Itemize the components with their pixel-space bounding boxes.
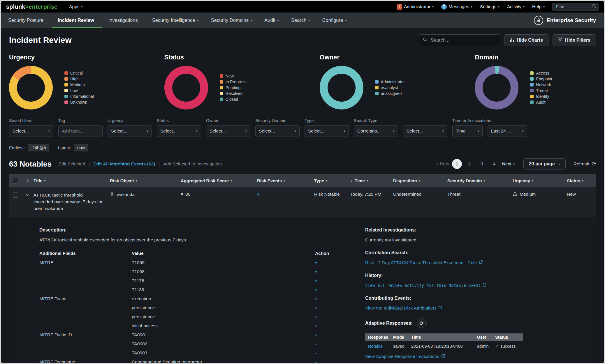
find-input[interactable] bbox=[555, 4, 592, 9]
status-donut[interactable] bbox=[164, 66, 208, 109]
earliest-chip[interactable]: -24h@h bbox=[28, 144, 49, 151]
prev-page-button[interactable]: ‹ Prev bbox=[437, 161, 449, 167]
nav-tab[interactable]: Security Posture bbox=[2, 13, 52, 28]
domain-donut[interactable] bbox=[475, 66, 518, 109]
correlation-search-link[interactable]: Risk - 7 Day ATT&CK Tactic Threshold Exc… bbox=[365, 260, 477, 265]
splunk-logo[interactable]: splunk>enterprise bbox=[6, 3, 57, 10]
row-checkbox[interactable] bbox=[13, 192, 18, 198]
settings-menu[interactable]: Settings ▾ bbox=[480, 4, 500, 9]
adaptive-responses-refresh-button[interactable]: ⟳ bbox=[417, 318, 427, 328]
column-header-risk-events[interactable]: Risk Events▾ bbox=[257, 178, 314, 183]
filter-dropdown[interactable]: Time ▾ bbox=[452, 125, 483, 137]
owner-donut[interactable] bbox=[320, 66, 363, 109]
select-all-checkbox[interactable] bbox=[13, 178, 18, 183]
action-dropdown-icon[interactable]: ▾ bbox=[315, 297, 317, 301]
page-button-4[interactable]: 4 bbox=[490, 159, 500, 169]
filter-dropdown[interactable]: Select... ▾ bbox=[9, 125, 53, 137]
next-page-button[interactable]: Next › bbox=[502, 161, 515, 167]
legend-item: Audit bbox=[530, 100, 552, 105]
page-button-2[interactable]: 2 bbox=[465, 159, 474, 169]
add-to-investigation-button[interactable]: Add Selected to Investigation bbox=[163, 161, 222, 167]
action-dropdown-icon[interactable]: ▾ bbox=[315, 288, 317, 292]
field-value: T1059 bbox=[132, 258, 315, 267]
column-header-aggregated-risk-score[interactable]: Aggregated Risk Score▾ bbox=[181, 178, 257, 183]
legend-label: esanalyst bbox=[381, 86, 398, 90]
field-row: persistence ▾ bbox=[39, 303, 355, 312]
find-search-box[interactable] bbox=[552, 3, 599, 11]
history-link[interactable]: View all review activity for this Notabl… bbox=[365, 283, 481, 288]
column-header-time[interactable]: ↓Time▾ bbox=[350, 178, 393, 183]
nav-tab[interactable]: Security Domains ▾ bbox=[205, 13, 258, 28]
field-name: MITRE Tactic bbox=[39, 294, 132, 303]
nav-tab[interactable]: Search ▾ bbox=[285, 13, 316, 28]
column-header-disposition[interactable]: Disposition▾ bbox=[393, 178, 447, 183]
per-page-dropdown[interactable]: 20 per page ▾ bbox=[523, 158, 566, 169]
nav-tab[interactable]: Configure ▾ bbox=[316, 13, 353, 28]
action-dropdown-icon[interactable]: ▾ bbox=[315, 306, 317, 310]
adaptive-response-invocations-link[interactable]: View Adaptive Response Invocations bbox=[365, 354, 439, 359]
filter-dropdown[interactable]: Select... ▾ bbox=[403, 125, 447, 137]
action-dropdown-icon[interactable]: ▾ bbox=[315, 261, 317, 265]
action-dropdown-icon[interactable]: ▾ bbox=[315, 351, 317, 355]
apps-menu[interactable]: Apps ▾ bbox=[69, 4, 82, 9]
refresh-button[interactable]: Refresh ⟳ bbox=[574, 161, 596, 167]
filter-dropdown[interactable]: Select... ▾ bbox=[108, 125, 152, 137]
help-menu[interactable]: Help ▾ bbox=[532, 4, 545, 9]
urgency-donut[interactable] bbox=[9, 66, 53, 109]
risk-object-value[interactable]: wakanda bbox=[117, 192, 135, 197]
nav-tab[interactable]: Audit ▾ bbox=[258, 13, 285, 28]
chevron-down-icon: ▾ bbox=[559, 162, 560, 166]
nav-tab[interactable]: Incident Review bbox=[52, 13, 102, 28]
latest-chip[interactable]: now bbox=[74, 144, 88, 151]
filter-dropdown[interactable]: Correlatio... ▾ bbox=[354, 125, 398, 137]
expand-all-button[interactable] bbox=[22, 178, 34, 183]
risk-events-link[interactable]: 4 bbox=[257, 192, 260, 197]
filter-label bbox=[488, 118, 527, 123]
filter-dropdown[interactable]: Select... ▾ bbox=[255, 125, 300, 137]
messages-menu[interactable]: 7 Messages ▾ bbox=[441, 4, 472, 10]
action-dropdown-icon[interactable]: ▾ bbox=[315, 342, 317, 346]
nav-tab[interactable]: Security Intelligence ▾ bbox=[146, 13, 205, 28]
earliest-label: Earliest: bbox=[9, 145, 25, 150]
contributing-events-link[interactable]: View the Individual Risk Attributions bbox=[365, 305, 436, 311]
filter-dropdown[interactable]: Add tags... bbox=[58, 125, 103, 137]
legend-swatch bbox=[375, 80, 379, 84]
column-header-status[interactable]: Status▾ bbox=[567, 178, 596, 183]
notable-title[interactable]: ATT&CK tactic threshold exceeded over pr… bbox=[34, 192, 110, 212]
column-header-urgency[interactable]: Urgency▾ bbox=[513, 178, 567, 183]
edit-all-matching-link[interactable]: Edit All Matching Events (63) bbox=[93, 161, 155, 167]
filter-dropdown[interactable]: Select... ▾ bbox=[157, 125, 201, 137]
adaptive-responses-label: Adaptive Responses: bbox=[365, 321, 413, 326]
action-dropdown-icon[interactable]: ▾ bbox=[315, 279, 317, 283]
hide-charts-button[interactable]: Hide Charts bbox=[504, 34, 548, 46]
filter-dropdown[interactable]: Last 24 ... ▾ bbox=[488, 125, 527, 137]
action-dropdown-icon[interactable]: ▾ bbox=[315, 315, 317, 319]
column-header-risk-object[interactable]: Risk Object▾ bbox=[110, 178, 181, 183]
filter-dropdown[interactable]: Select... ▾ bbox=[305, 125, 349, 137]
page-button-1[interactable]: 1 bbox=[452, 159, 462, 169]
notable-row[interactable]: ATT&CK tactic threshold exceeded over pr… bbox=[9, 187, 596, 217]
filter-group: Last 24 ... ▾ bbox=[488, 118, 527, 137]
action-dropdown-icon[interactable]: ▾ bbox=[315, 333, 317, 337]
edit-selected-button[interactable]: Edit Selected bbox=[59, 161, 85, 167]
page-button-3[interactable]: 3 bbox=[477, 159, 487, 169]
administrator-menu[interactable]: ! Administrator ▾ bbox=[397, 4, 434, 10]
collapse-row-button[interactable] bbox=[22, 192, 34, 197]
incident-search-box[interactable] bbox=[419, 34, 500, 46]
chevron-down-icon: ▾ bbox=[245, 129, 247, 133]
column-header-security-domain[interactable]: Security Domain▾ bbox=[447, 178, 513, 183]
filter-value: Select... bbox=[160, 128, 177, 134]
filter-dropdown[interactable]: Select... ▾ bbox=[206, 125, 250, 137]
action-dropdown-icon[interactable]: ▾ bbox=[315, 360, 317, 363]
column-header-title[interactable]: Title▾ bbox=[34, 178, 110, 183]
action-dropdown-icon[interactable]: ▾ bbox=[315, 270, 317, 274]
field-value: TA0001 bbox=[132, 331, 315, 340]
nav-tab[interactable]: Investigations bbox=[102, 13, 146, 28]
ar-response-link[interactable]: Notable bbox=[368, 344, 383, 349]
incident-search-input[interactable] bbox=[430, 37, 496, 43]
action-dropdown-icon[interactable]: ▾ bbox=[315, 324, 317, 328]
column-header-type[interactable]: Type▾ bbox=[314, 178, 350, 183]
hide-filters-button[interactable]: Hide Filters bbox=[553, 34, 596, 46]
activity-menu[interactable]: Activity ▾ bbox=[507, 4, 525, 9]
domain-legend: Access Endpoint Network bbox=[530, 71, 552, 105]
